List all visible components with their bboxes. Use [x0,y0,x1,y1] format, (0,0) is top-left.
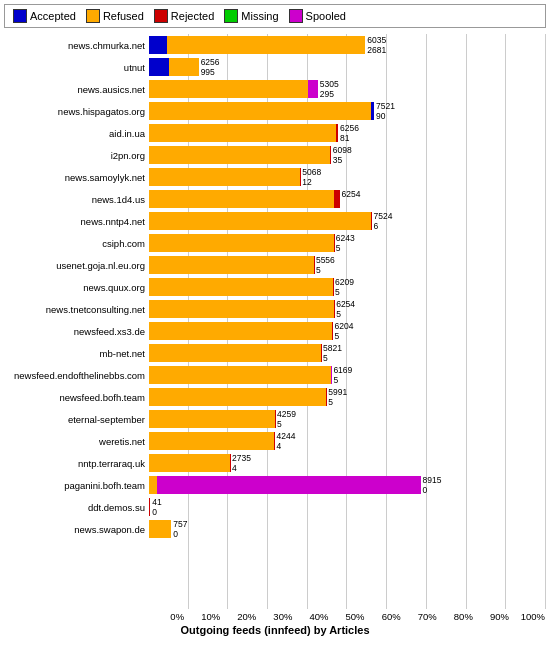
y-label: usenet.goja.nl.eu.org [4,254,149,276]
bar-segment [169,58,199,76]
bar-segment [149,278,333,296]
bar-row: 625681 [149,122,546,144]
y-label: news.hispagatos.org [4,100,149,122]
bar-row: 59915 [149,386,546,408]
bar-row: 6256995 [149,56,546,78]
bar-segment [149,256,314,274]
bar-segment [149,476,157,494]
legend-item-accepted: Accepted [13,9,76,23]
bar-segment [149,300,334,318]
bar-row: 62435 [149,232,546,254]
legend-item-missing: Missing [224,9,278,23]
x-tick: 30% [257,611,293,622]
bar-segment [149,190,334,208]
y-label: news.quux.org [4,276,149,298]
y-label: newsfeed.bofh.team [4,386,149,408]
bar-segment [149,366,331,384]
bar-segment [157,476,421,494]
y-label: news.ausics.net [4,78,149,100]
bar-segment [149,36,167,54]
bar-segment [149,454,230,472]
y-label: news.tnetconsulting.net [4,298,149,320]
bar-values: 61695 [331,366,352,386]
y-label: paganini.bofh.team [4,474,149,496]
x-tick: 10% [185,611,221,622]
y-label: news.swapon.de [4,518,149,540]
bar-row: 60352681 [149,34,546,56]
x-tick: 50% [329,611,365,622]
bar-segment [149,212,371,230]
bar-row: 27354 [149,452,546,474]
bar-row: 609835 [149,144,546,166]
y-label: news.chmurka.net [4,34,149,56]
x-axis-title: Outgoing feeds (innfeed) by Articles [4,624,546,636]
x-tick: 70% [402,611,438,622]
bar-values: 89150 [421,476,442,496]
legend-color [86,9,100,23]
bar-segment [149,234,334,252]
bar-values: 75246 [372,212,393,232]
bar-segment [149,58,169,76]
bar-row: 5305295 [149,78,546,100]
bar-segment [149,432,274,450]
bar-row: 506812 [149,166,546,188]
legend-color [224,9,238,23]
y-label: csiph.com [4,232,149,254]
bar-row: 42595 [149,408,546,430]
y-label: mb-net.net [4,342,149,364]
x-tick: 90% [474,611,510,622]
bar-values: 62045 [333,322,354,342]
x-tick: 40% [293,611,329,622]
x-tick: 20% [221,611,257,622]
bar-segment [149,410,275,428]
y-label: aid.in.ua [4,122,149,144]
bar-row: 55565 [149,254,546,276]
bar-values: 42595 [275,410,296,430]
y-label: utnut [4,56,149,78]
y-label: newsfeed.xs3.de [4,320,149,342]
y-label: newsfeed.endofthelinebbs.com [4,364,149,386]
bar-values: 59915 [326,388,347,408]
bar-segment [149,102,371,120]
bar-values: 506812 [300,168,321,188]
bar-values: 27354 [230,454,251,474]
bar-row: 410 [149,496,546,518]
legend-item-spooled: Spooled [289,9,346,23]
bar-values: 60352681 [365,36,386,56]
bar-segment [149,168,300,186]
bar-values: 6256995 [199,58,220,78]
legend-item-refused: Refused [86,9,144,23]
bars-section: 6035268162569955305295752190625681609835… [149,34,546,609]
bar-row: 752190 [149,100,546,122]
bar-row: 89150 [149,474,546,496]
y-label: ddt.demos.su [4,496,149,518]
bar-segment [149,388,326,406]
y-label: i2pn.org [4,144,149,166]
bar-row: 6254 [149,188,546,210]
y-label: news.samoylyk.net [4,166,149,188]
bar-row: 7570 [149,518,546,540]
bar-values: 609835 [331,146,352,166]
bar-segment [149,80,308,98]
bar-values: 625681 [338,124,359,144]
x-tick: 80% [438,611,474,622]
y-label: nntp.terraraq.uk [4,452,149,474]
x-tick: 60% [366,611,402,622]
bar-values: 42444 [275,432,296,452]
bar-segment [308,80,318,98]
bar-segment [149,124,336,142]
x-tick: 100% [510,611,546,622]
bar-values: 5305295 [318,80,339,100]
legend-color [289,9,303,23]
y-label: eternal-september [4,408,149,430]
bar-row: 75246 [149,210,546,232]
legend-color [13,9,27,23]
y-label: news.1d4.us [4,188,149,210]
bar-values: 62435 [334,234,355,254]
bar-values: 410 [150,498,161,518]
bar-row: 58215 [149,342,546,364]
bar-segment [149,520,171,538]
bar-row: 62545 [149,298,546,320]
bar-values: 62545 [334,300,355,320]
legend-color [154,9,168,23]
